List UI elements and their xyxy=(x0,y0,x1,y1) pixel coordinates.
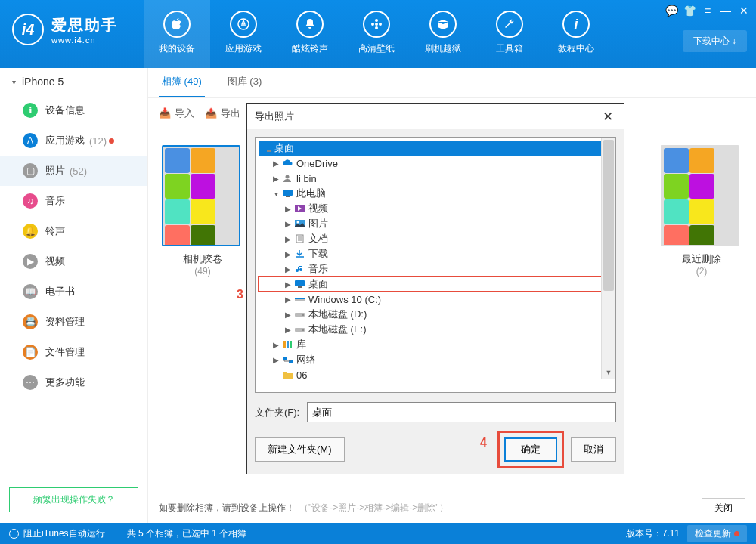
expand-icon[interactable]: ▶ xyxy=(271,341,281,349)
tab-gallery[interactable]: 图库 (3) xyxy=(225,67,265,97)
dialog-titlebar: 导出照片 ✕ xyxy=(247,104,624,129)
expand-icon[interactable]: ▾ xyxy=(271,190,281,198)
tree-header[interactable]: 桌面 xyxy=(259,141,615,156)
tree-item[interactable]: ▾此电脑 xyxy=(259,186,615,201)
expand-icon[interactable]: ▶ xyxy=(283,265,293,274)
svg-rect-23 xyxy=(284,341,286,348)
skin-icon[interactable]: 👕 xyxy=(682,3,697,18)
feedback-icon[interactable]: 💬 xyxy=(664,3,679,18)
expand-icon[interactable]: ▶ xyxy=(283,311,293,319)
tree-item[interactable]: ▶视频 xyxy=(259,201,615,216)
sidebar-icon: A xyxy=(23,133,38,148)
tree-item[interactable]: ▶网络 xyxy=(259,352,615,367)
nav-flash[interactable]: 刷机越狱 xyxy=(410,0,476,68)
tip-close-button[interactable]: 关闭 xyxy=(702,498,745,518)
tree-item[interactable]: ▶Windows 10 (C:) xyxy=(259,292,615,307)
svg-rect-24 xyxy=(287,341,289,348)
wrench-icon xyxy=(496,11,523,38)
sidebar-icon: ⋯ xyxy=(23,375,38,390)
expand-icon[interactable]: ▶ xyxy=(283,250,293,258)
expand-icon[interactable]: ▶ xyxy=(283,205,293,213)
user-icon xyxy=(281,173,293,184)
expand-icon[interactable]: ▶ xyxy=(283,220,293,228)
sidebar: ▾ iPhone 5 ℹ设备信息A应用游戏(12)▢照片(52)♫音乐🔔铃声▶视… xyxy=(0,68,148,523)
sidebar-icon: ♫ xyxy=(23,193,38,209)
nav-my-device[interactable]: 我的设备 xyxy=(144,0,210,68)
dialog-title: 导出照片 xyxy=(255,110,294,123)
sidebar-item[interactable]: 🔔铃声 xyxy=(0,216,147,246)
sidebar-item[interactable]: ♫音乐 xyxy=(0,186,147,216)
lib-icon xyxy=(281,339,293,350)
tree-item[interactable]: ▶下载 xyxy=(259,246,615,261)
minimize-button[interactable]: — xyxy=(718,3,733,18)
device-selector[interactable]: ▾ iPhone 5 xyxy=(0,68,147,95)
scrollbar[interactable]: ▲ ▼ xyxy=(601,138,615,379)
close-button[interactable]: ✕ xyxy=(736,3,751,18)
desktop-icon xyxy=(263,143,274,154)
tree-item[interactable]: ▶文档 xyxy=(259,231,615,246)
svg-rect-10 xyxy=(286,196,290,197)
drive-icon xyxy=(293,324,305,335)
scroll-down-icon[interactable]: ▼ xyxy=(602,366,615,379)
expand-icon[interactable]: ▶ xyxy=(271,159,281,168)
tree-item[interactable]: ▶音乐 xyxy=(259,261,615,277)
tree-item[interactable]: ▶本地磁盘 (D:) xyxy=(259,307,615,322)
import-button[interactable]: 📥 导入 xyxy=(159,107,194,120)
sidebar-item[interactable]: ▶视频 xyxy=(0,246,147,277)
bell-icon xyxy=(296,11,324,38)
album-card[interactable]: 相机胶卷 (49) xyxy=(162,145,243,277)
dialog-close-button[interactable]: ✕ xyxy=(600,109,616,125)
album-card[interactable]: 最近删除 (2) xyxy=(661,145,742,277)
expand-icon[interactable]: ▶ xyxy=(271,356,281,364)
pic-icon xyxy=(293,218,305,229)
svg-rect-9 xyxy=(283,190,293,196)
album-thumb xyxy=(661,145,739,246)
scroll-thumb[interactable] xyxy=(603,140,614,291)
app-title: 爱思助手 xyxy=(51,15,118,36)
nav-wallpapers[interactable]: 高清壁纸 xyxy=(343,0,410,68)
svg-point-8 xyxy=(285,175,289,179)
tab-albums[interactable]: 相簿 (49) xyxy=(159,67,205,97)
ok-button[interactable]: 确定 xyxy=(504,437,557,462)
new-folder-button[interactable]: 新建文件夹(M) xyxy=(255,437,345,462)
expand-icon[interactable]: ▶ xyxy=(283,235,293,243)
import-icon: 📥 xyxy=(159,107,171,119)
tree-item[interactable]: ▶li bin xyxy=(259,171,615,186)
nav-tutorials[interactable]: i 教程中心 xyxy=(543,0,609,68)
sidebar-item[interactable]: ▢照片(52) xyxy=(0,156,147,186)
tree-item[interactable]: ▶桌面 xyxy=(259,277,615,292)
expand-icon[interactable]: ▶ xyxy=(283,295,293,304)
tree-item[interactable]: ▶OneDrive xyxy=(259,156,615,171)
download-center-button[interactable]: 下载中心 ↓ xyxy=(683,30,747,52)
toggle-icon[interactable] xyxy=(9,529,19,539)
sidebar-item[interactable]: A应用游戏(12) xyxy=(0,125,147,156)
cancel-button[interactable]: 取消 xyxy=(571,437,616,462)
export-button[interactable]: 📤 导出 xyxy=(205,107,240,120)
help-link[interactable]: 频繁出现操作失败？ xyxy=(9,487,138,512)
sidebar-item[interactable]: ⋯更多功能 xyxy=(0,367,147,397)
tree-item[interactable]: ▶本地磁盘 (E:) xyxy=(259,322,615,337)
sidebar-item[interactable]: ℹ设备信息 xyxy=(0,95,147,125)
box-icon xyxy=(429,11,457,38)
nav-ringtones[interactable]: 酷炫铃声 xyxy=(277,0,343,68)
nav-tools[interactable]: 工具箱 xyxy=(476,0,543,68)
svg-rect-6 xyxy=(264,144,274,150)
sidebar-item[interactable]: 📖电子书 xyxy=(0,277,147,307)
tree-item[interactable]: ▶库 xyxy=(259,337,615,352)
itunes-block-label[interactable]: 阻止iTunes自动运行 xyxy=(23,527,105,540)
dl-icon xyxy=(293,249,305,259)
sidebar-item[interactable]: 📇资料管理 xyxy=(0,307,147,337)
expand-icon[interactable]: ▶ xyxy=(271,175,281,183)
sidebar-item[interactable]: 📄文件管理 xyxy=(0,337,147,367)
nav-apps[interactable]: 应用游戏 xyxy=(210,0,277,68)
expand-icon[interactable]: ▶ xyxy=(283,280,293,289)
folder-input[interactable] xyxy=(307,402,616,422)
cdrive-icon xyxy=(293,294,305,304)
export-dialog: 导出照片 ✕ 桌面 ▶OneDrive▶li bin▾此电脑▶视频▶图片▶文档▶… xyxy=(246,103,624,474)
expand-icon[interactable]: ▶ xyxy=(283,326,293,334)
menu-icon[interactable]: ≡ xyxy=(700,3,715,18)
tree-item[interactable]: ▶图片 xyxy=(259,216,615,231)
check-update-button[interactable]: 检查更新 xyxy=(687,525,747,542)
status-bar: 阻止iTunes自动运行 共 5 个相簿，已选中 1 个相簿 版本号：7.11 … xyxy=(0,523,756,544)
tree-item[interactable]: 06 xyxy=(259,367,615,382)
